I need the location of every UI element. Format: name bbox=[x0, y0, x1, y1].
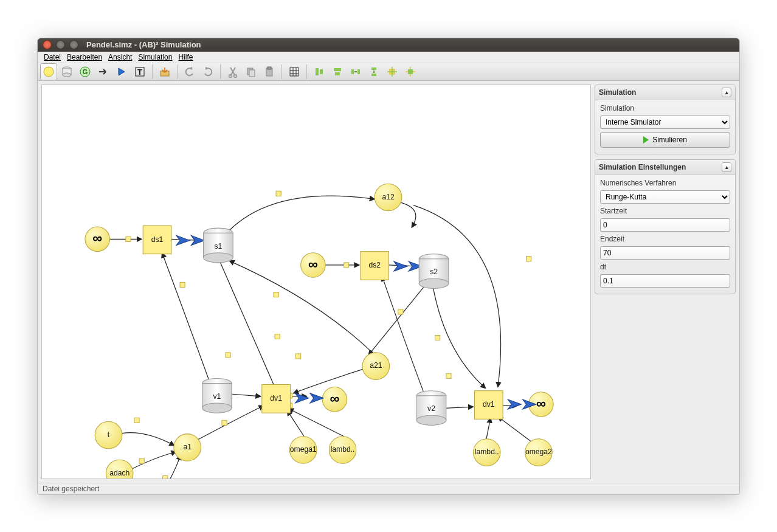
simulate-button[interactable]: Simulieren bbox=[600, 132, 730, 148]
svg-point-67 bbox=[419, 278, 449, 288]
svg-point-75 bbox=[416, 415, 446, 425]
node-omega1[interactable]: omega1 bbox=[289, 437, 317, 464]
svg-rect-34 bbox=[275, 334, 280, 339]
node-omega2[interactable]: omega2 bbox=[525, 439, 553, 466]
svg-rect-21 bbox=[371, 67, 376, 70]
simulation-panel: Simulation ▴ Simulation Interne Simulato… bbox=[595, 85, 736, 154]
arrow-tool[interactable] bbox=[95, 63, 112, 80]
minimize-icon[interactable] bbox=[56, 40, 65, 49]
svg-text:v1: v1 bbox=[213, 392, 221, 401]
menu-edit[interactable]: Bearbeiten bbox=[64, 52, 105, 63]
svg-point-0 bbox=[44, 67, 54, 77]
cylinder-tool[interactable] bbox=[58, 63, 75, 80]
node-t[interactable]: t bbox=[95, 422, 122, 449]
node-ds2[interactable]: ds2 bbox=[361, 252, 389, 280]
svg-text:lambd..: lambd.. bbox=[331, 445, 355, 454]
svg-text:∞: ∞ bbox=[92, 231, 102, 246]
maximize-icon[interactable] bbox=[69, 40, 78, 49]
node-s1[interactable]: s1 bbox=[204, 228, 233, 263]
svg-rect-38 bbox=[163, 476, 168, 478]
play-tool[interactable] bbox=[113, 63, 130, 80]
undo-tool[interactable] bbox=[181, 63, 198, 80]
node-s2[interactable]: s2 bbox=[419, 254, 449, 289]
sim-select[interactable]: Interne Simulator bbox=[600, 116, 730, 129]
side-panel: Simulation ▴ Simulation Interne Simulato… bbox=[595, 81, 739, 483]
svg-rect-30 bbox=[398, 309, 403, 314]
svg-rect-31 bbox=[435, 336, 440, 340]
sim-label: Simulation bbox=[600, 104, 730, 112]
redo-tool[interactable] bbox=[199, 63, 216, 80]
svg-rect-18 bbox=[335, 72, 340, 75]
grid-tool[interactable] bbox=[286, 63, 303, 80]
align-top-tool[interactable] bbox=[329, 63, 346, 80]
status-text: Datei gespeichert bbox=[43, 485, 99, 493]
paste-tool[interactable] bbox=[261, 63, 278, 80]
svg-text:omega1: omega1 bbox=[290, 445, 317, 454]
distribute-h-tool[interactable] bbox=[347, 63, 364, 80]
end-input[interactable] bbox=[600, 246, 730, 260]
node-adach[interactable]: adach bbox=[106, 460, 133, 478]
node-v2[interactable]: v2 bbox=[416, 391, 446, 426]
svg-text:a12: a12 bbox=[382, 193, 395, 201]
svg-text:∞: ∞ bbox=[330, 391, 339, 406]
menu-help[interactable]: Hilfe bbox=[176, 52, 195, 63]
node-a12[interactable]: a12 bbox=[375, 184, 402, 211]
svg-rect-37 bbox=[139, 458, 144, 463]
node-ds1[interactable]: ds1 bbox=[143, 226, 171, 254]
close-icon[interactable] bbox=[43, 40, 52, 49]
menu-simulation[interactable]: Simulation bbox=[136, 52, 174, 63]
node-a1[interactable]: a1 bbox=[174, 434, 201, 461]
start-label: Startzeit bbox=[600, 207, 730, 215]
text-tool[interactable]: T bbox=[131, 63, 148, 80]
svg-rect-16 bbox=[320, 69, 323, 74]
play-icon bbox=[643, 136, 649, 143]
save-tool[interactable] bbox=[156, 63, 173, 80]
cut-tool[interactable] bbox=[224, 63, 241, 80]
svg-text:t: t bbox=[108, 430, 110, 439]
source-node[interactable]: ∞ bbox=[301, 253, 326, 278]
source-node[interactable]: ∞ bbox=[85, 227, 110, 252]
start-input[interactable] bbox=[600, 218, 730, 232]
svg-text:lambd..: lambd.. bbox=[475, 447, 499, 456]
sink-node[interactable]: ∞ bbox=[322, 387, 347, 412]
svg-text:T: T bbox=[137, 67, 142, 77]
svg-point-63 bbox=[204, 253, 233, 263]
svg-rect-14 bbox=[268, 67, 271, 69]
svg-text:s1: s1 bbox=[214, 242, 222, 250]
svg-text:adach: adach bbox=[109, 469, 130, 477]
distribute-v-tool[interactable] bbox=[365, 63, 382, 80]
dt-label: dt bbox=[600, 263, 730, 271]
separator bbox=[306, 64, 307, 79]
node-a21[interactable]: a21 bbox=[362, 353, 390, 380]
align-middle-tool[interactable] bbox=[402, 63, 419, 80]
align-center-tool[interactable] bbox=[384, 63, 401, 80]
panel-title: Simulation Einstellungen bbox=[599, 163, 686, 171]
canvas-wrap: ∞ ∞ ∞ ∞ bbox=[38, 81, 595, 483]
align-left-tool[interactable] bbox=[311, 63, 328, 80]
content-area: ∞ ∞ ∞ ∞ bbox=[38, 81, 739, 483]
dt-input[interactable] bbox=[600, 274, 730, 288]
svg-rect-35 bbox=[296, 354, 301, 359]
node-v1[interactable]: v1 bbox=[202, 379, 232, 413]
node-lambd1[interactable]: lambd.. bbox=[329, 437, 356, 464]
svg-text:∞: ∞ bbox=[308, 257, 318, 272]
global-tool[interactable]: G bbox=[77, 63, 94, 80]
node-lambd2[interactable]: lambd.. bbox=[473, 439, 500, 466]
node-dv1[interactable]: dv1 bbox=[262, 385, 291, 413]
canvas[interactable]: ∞ ∞ ∞ ∞ bbox=[41, 85, 591, 479]
svg-rect-40 bbox=[527, 257, 531, 261]
svg-point-3 bbox=[63, 73, 71, 77]
menu-file[interactable]: Datei bbox=[41, 52, 63, 63]
circle-node-tool[interactable] bbox=[40, 63, 57, 80]
copy-tool[interactable] bbox=[243, 63, 260, 80]
titlebar: Pendel.simz - (AB)² Simulation bbox=[38, 38, 739, 52]
menu-view[interactable]: Ansicht bbox=[106, 52, 134, 63]
svg-rect-24 bbox=[408, 69, 413, 74]
svg-text:G: G bbox=[83, 68, 88, 75]
node-dv2[interactable]: dv1 bbox=[474, 391, 503, 420]
collapse-icon[interactable]: ▴ bbox=[722, 162, 731, 172]
svg-rect-26 bbox=[126, 237, 131, 242]
numeric-select[interactable]: Runge-Kutta bbox=[600, 190, 730, 204]
separator bbox=[177, 64, 178, 79]
collapse-icon[interactable]: ▴ bbox=[722, 88, 731, 97]
